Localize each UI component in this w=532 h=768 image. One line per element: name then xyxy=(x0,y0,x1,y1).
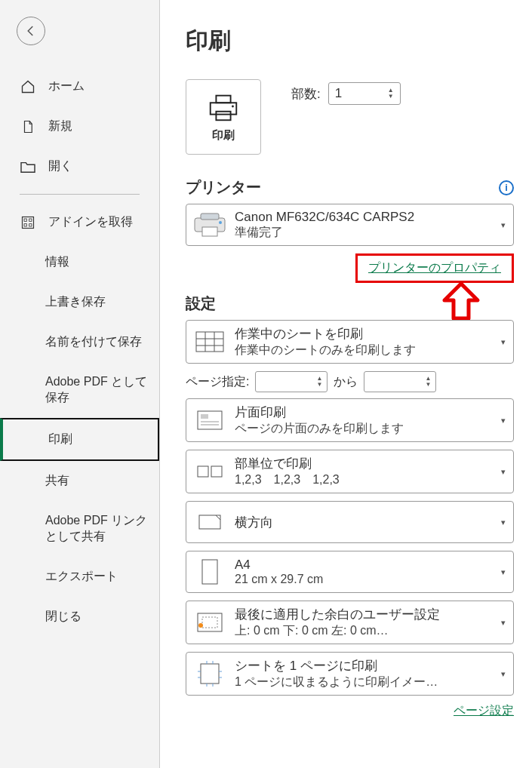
nav-open[interactable]: 開く xyxy=(0,146,159,186)
svg-rect-4 xyxy=(29,223,32,226)
svg-rect-13 xyxy=(196,332,223,352)
dropdown-line2: 21 cm x 29.7 cm xyxy=(235,573,497,586)
svg-rect-3 xyxy=(24,223,26,226)
nav-share[interactable]: 共有 xyxy=(0,461,159,501)
folder-open-icon xyxy=(20,160,36,174)
printer-properties-link[interactable]: プリンターのプロパティ xyxy=(368,261,501,274)
nav-label: 共有 xyxy=(45,473,69,489)
printer-status: 準備完了 xyxy=(235,225,497,241)
svg-rect-29 xyxy=(201,664,219,684)
dropdown-line2: 作業中のシートのみを印刷します xyxy=(235,343,497,358)
copies-value: 1 xyxy=(335,86,342,101)
dropdown-line1: A4 xyxy=(235,558,497,573)
printer-device-icon xyxy=(192,209,227,241)
spinner-arrows-icon[interactable]: ▲▼ xyxy=(317,376,323,388)
nav-label: 名前を付けて保存 xyxy=(45,334,142,350)
page-to-input[interactable]: ▲▼ xyxy=(364,371,436,392)
print-button-label: 印刷 xyxy=(212,128,235,143)
printer-name: Canon MF632C/634C CARPS2 xyxy=(235,210,497,225)
copies-input[interactable]: 1 ▲▼ xyxy=(328,82,401,105)
svg-rect-18 xyxy=(198,411,222,429)
page-range-sep: から xyxy=(334,374,358,390)
margins-icon xyxy=(192,607,227,638)
copies-row: 部数: 1 ▲▼ xyxy=(291,82,401,105)
printer-props-row: プリンターのプロパティ xyxy=(186,253,514,283)
printer-dropdown[interactable]: Canon MF632C/634C CARPS2 準備完了 ▾ xyxy=(186,204,514,246)
page-from-input[interactable]: ▲▼ xyxy=(255,371,328,392)
spinner-arrows-icon[interactable]: ▲▼ xyxy=(426,376,432,388)
dropdown-line1: シートを 1 ページに印刷 xyxy=(235,657,497,674)
nav-label: エクスポート xyxy=(45,569,118,585)
chevron-down-icon: ▾ xyxy=(501,220,506,230)
dropdown-line1: 作業中のシートを印刷 xyxy=(235,325,497,343)
page-setup-link[interactable]: ページ設定 xyxy=(454,704,514,717)
arrow-left-icon xyxy=(24,24,38,38)
paper-size-dropdown[interactable]: A4 21 cm x 29.7 cm ▾ xyxy=(186,551,514,593)
nav-label: Adobe PDF として保存 xyxy=(45,374,159,406)
print-button[interactable]: 印刷 xyxy=(186,79,261,155)
chevron-down-icon: ▾ xyxy=(501,618,506,628)
nav-label: 閉じる xyxy=(45,609,81,625)
spinner-arrows-icon[interactable]: ▲▼ xyxy=(388,88,394,100)
dropdown-line1: 部単位で印刷 xyxy=(235,455,497,472)
addins-grid-icon xyxy=(20,215,36,230)
svg-rect-11 xyxy=(202,227,217,236)
nav-save-as[interactable]: 名前を付けて保存 xyxy=(0,322,159,362)
margins-dropdown[interactable]: 最後に適用した余白のユーザー設定 上: 0 cm 下: 0 cm 左: 0 cm… xyxy=(186,601,514,644)
svg-rect-6 xyxy=(216,95,230,103)
collate-dropdown[interactable]: 部単位で印刷 1,2,3 1,2,3 1,2,3 ▾ xyxy=(186,450,514,493)
chevron-down-icon: ▾ xyxy=(501,669,506,679)
sheet-grid-icon xyxy=(192,326,227,358)
nav-save[interactable]: 上書き保存 xyxy=(0,282,159,322)
printer-section-title: プリンター xyxy=(186,177,261,198)
nav-adobe-share[interactable]: Adobe PDF リンクとして共有 xyxy=(0,501,159,557)
single-side-icon xyxy=(192,404,227,436)
page-range-label: ページ指定: xyxy=(186,374,249,390)
sides-dropdown[interactable]: 片面印刷 ページの片面のみを印刷します ▾ xyxy=(186,398,514,442)
highlight-box: プリンターのプロパティ xyxy=(355,253,514,283)
page-title: 印刷 xyxy=(186,26,514,57)
dropdown-line2: 1,2,3 1,2,3 1,2,3 xyxy=(235,472,497,488)
svg-rect-5 xyxy=(211,103,237,114)
nav-label: 新規 xyxy=(48,118,72,134)
svg-rect-2 xyxy=(29,219,32,221)
dropdown-line1: 片面印刷 xyxy=(235,404,497,421)
chevron-down-icon: ▾ xyxy=(501,518,506,527)
nav-print[interactable]: 印刷 xyxy=(0,418,159,461)
back-button[interactable] xyxy=(17,17,45,45)
red-arrow-annotation xyxy=(438,281,484,323)
svg-point-8 xyxy=(232,105,234,107)
fit-page-icon xyxy=(192,658,227,690)
printer-icon xyxy=(206,92,241,122)
svg-point-12 xyxy=(219,221,222,224)
backstage-sidebar: ホーム 新規 開く アドインを取得 情報 上書き保存 名前を付けて保存 Adob… xyxy=(0,0,160,768)
chevron-down-icon: ▾ xyxy=(501,467,506,477)
dropdown-line2: 上: 0 cm 下: 0 cm 左: 0 cm… xyxy=(235,623,497,639)
svg-rect-27 xyxy=(202,617,217,628)
nav-label: 情報 xyxy=(45,254,69,270)
nav-home[interactable]: ホーム xyxy=(0,66,159,106)
info-icon[interactable]: i xyxy=(499,180,514,195)
nav-close[interactable]: 閉じる xyxy=(0,597,159,637)
nav-info[interactable]: 情報 xyxy=(0,242,159,282)
copies-label: 部数: xyxy=(291,85,321,103)
scaling-dropdown[interactable]: シートを 1 ページに印刷 1 ページに収まるように印刷イメー… ▾ xyxy=(186,652,514,696)
svg-point-28 xyxy=(198,623,203,628)
nav-label: 上書き保存 xyxy=(45,294,106,310)
nav-get-addin[interactable]: アドインを取得 xyxy=(0,202,159,242)
chevron-down-icon: ▾ xyxy=(501,416,506,425)
svg-rect-7 xyxy=(216,111,230,120)
nav-adobe-save[interactable]: Adobe PDF として保存 xyxy=(0,362,159,418)
print-scope-dropdown[interactable]: 作業中のシートを印刷 作業中のシートのみを印刷します ▾ xyxy=(186,320,514,364)
orientation-dropdown[interactable]: 横方向 ▾ xyxy=(186,501,514,543)
nav-new[interactable]: 新規 xyxy=(0,106,159,146)
nav-label: ホーム xyxy=(48,78,85,94)
nav-label: 開く xyxy=(48,158,72,174)
chevron-down-icon: ▾ xyxy=(501,567,506,577)
nav-label: 印刷 xyxy=(48,432,72,447)
page-range-row: ページ指定: ▲▼ から ▲▼ xyxy=(186,371,514,392)
dropdown-line2: ページの片面のみを印刷します xyxy=(235,421,497,437)
collate-icon xyxy=(192,456,227,487)
nav-export[interactable]: エクスポート xyxy=(0,557,159,597)
svg-rect-24 xyxy=(199,515,220,529)
